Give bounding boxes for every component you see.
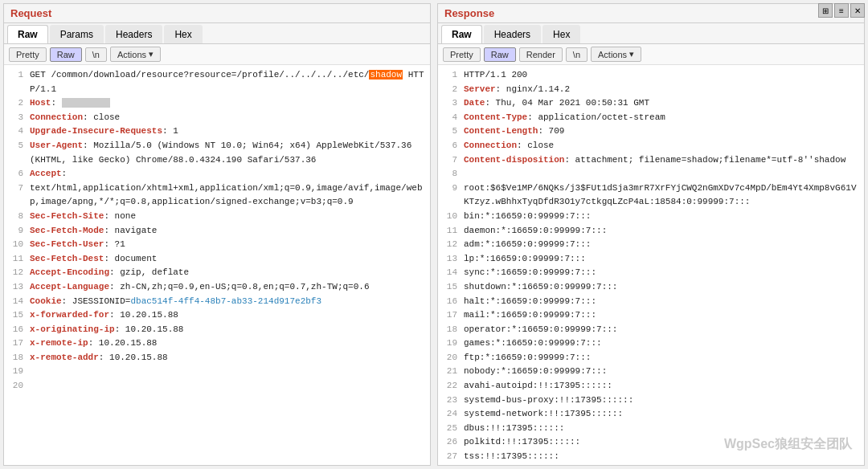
response-line-28: 28 postfix:!!:17395:::::: — [443, 464, 859, 465]
response-content: 1 HTTP/1.1 200 2 Server: nginx/1.14.2 3 … — [438, 65, 864, 465]
request-line-8: 8 Sec-Fetch-Site: none — [9, 210, 425, 224]
request-panel: Request Raw Params Headers Hex Pretty Ra… — [3, 3, 431, 466]
response-line-16: 16 halt:*:16659:0:99999:7::: — [443, 295, 859, 309]
response-line-6: 6 Connection: close — [443, 139, 859, 153]
request-line-16: 16 x-originating-ip: 10.20.15.88 — [9, 323, 425, 337]
tab-hex-response[interactable]: Hex — [542, 25, 580, 43]
request-line-15: 15 x-forwarded-for: 10.20.15.88 — [9, 308, 425, 323]
actions-chevron-request: ▾ — [149, 49, 154, 59]
request-line-6: 6 Accept: — [9, 167, 425, 181]
split-view-icon[interactable]: ≡ — [834, 3, 849, 18]
ln-btn-response[interactable]: \n — [566, 47, 588, 62]
response-line-11: 11 daemon:*:16659:0:99999:7::: — [443, 224, 859, 239]
response-line-3: 3 Date: Thu, 04 Mar 2021 00:50:31 GMT — [443, 96, 859, 111]
actions-label-request: Actions — [117, 50, 146, 59]
tab-headers-response[interactable]: Headers — [484, 25, 541, 43]
request-line-18: 18 x-remote-addr: 10.20.15.88 — [9, 351, 425, 365]
request-line-2: 2 Host: — [9, 96, 425, 111]
response-line-1: 1 HTTP/1.1 200 — [443, 68, 859, 83]
response-line-9: 9 root:$6$Ve1MP/6NQKs/j3$FUt1dSja3mrR7Xr… — [443, 181, 859, 210]
response-line-14: 14 sync:*:16659:0:99999:7::: — [443, 266, 859, 280]
grid-view-icon[interactable]: ⊞ — [818, 3, 833, 18]
actions-btn-response[interactable]: Actions ▾ — [591, 47, 641, 62]
response-panel: Response Raw Headers Hex Pretty Raw Rend… — [437, 3, 865, 466]
response-panel-title: Response — [438, 4, 864, 23]
request-panel-title: Request — [4, 4, 430, 23]
render-btn-response[interactable]: Render — [519, 47, 563, 62]
request-content: 1 GET /common/download/resource?resource… — [4, 65, 430, 465]
response-line-22: 22 avahi-autoipd:!!:17395:::::: — [443, 379, 859, 394]
request-line-12: 12 Accept-Encoding: gzip, deflate — [9, 266, 425, 280]
request-tabs: Raw Params Headers Hex — [4, 23, 430, 44]
actions-chevron-response: ▾ — [629, 49, 634, 59]
response-tabs: Raw Headers Hex — [438, 23, 864, 44]
request-line-3: 3 Connection: close — [9, 111, 425, 125]
request-line-13: 13 Accept-Language: zh-CN,zh;q=0.9,en-US… — [9, 280, 425, 295]
request-line-7: 7 text/html,application/xhtml+xml,applic… — [9, 181, 425, 210]
response-line-26: 26 polkitd:!!:17395:::::: — [443, 435, 859, 450]
raw-btn-request[interactable]: Raw — [50, 47, 82, 62]
raw-btn-response[interactable]: Raw — [484, 47, 516, 62]
response-line-21: 21 nobody:*:16659:0:99999:7::: — [443, 365, 859, 379]
response-line-27: 27 tss:!!:17395:::::: — [443, 450, 859, 464]
response-line-13: 13 lp:*:16659:0:99999:7::: — [443, 252, 859, 267]
actions-label-response: Actions — [598, 50, 627, 59]
response-line-25: 25 dbus:!!:17395:::::: — [443, 422, 859, 436]
close-icon[interactable]: ✕ — [850, 3, 865, 18]
request-line-1: 1 GET /common/download/resource?resource… — [9, 68, 425, 96]
response-line-8: 8 — [443, 167, 859, 181]
tab-headers-request[interactable]: Headers — [105, 25, 162, 43]
response-line-23: 23 systemd-bus-proxy:!!:17395:::::: — [443, 394, 859, 408]
request-line-11: 11 Sec-Fetch-Dest: document — [9, 252, 425, 267]
request-line-9: 9 Sec-Fetch-Mode: navigate — [9, 224, 425, 239]
response-line-19: 19 games:*:16659:0:99999:7::: — [443, 336, 859, 351]
request-toolbar: Pretty Raw \n Actions ▾ — [4, 44, 430, 65]
tab-hex-request[interactable]: Hex — [164, 25, 202, 43]
tab-params-request[interactable]: Params — [50, 25, 104, 43]
tab-raw-request[interactable]: Raw — [7, 25, 48, 43]
tab-raw-response[interactable]: Raw — [441, 25, 482, 43]
actions-btn-request[interactable]: Actions ▾ — [110, 47, 161, 62]
response-line-7: 7 Content-disposition: attachment; filen… — [443, 153, 859, 168]
response-line-24: 24 systemd-network:!!:17395:::::: — [443, 407, 859, 422]
request-line-20: 20 — [9, 379, 425, 394]
response-line-12: 12 adm:*:16659:0:99999:7::: — [443, 238, 859, 252]
response-line-5: 5 Content-Length: 709 — [443, 124, 859, 139]
response-toolbar: Pretty Raw Render \n Actions ▾ — [438, 44, 864, 65]
request-line-19: 19 — [9, 365, 425, 379]
response-line-15: 15 shutdown:*:16659:0:99999:7::: — [443, 280, 859, 295]
response-line-18: 18 operator:*:16659:0:99999:7::: — [443, 323, 859, 337]
request-line-14: 14 Cookie: JSESSIONID=dbac514f-4ff4-48b7… — [9, 295, 425, 309]
response-line-10: 10 bin:*:16659:0:99999:7::: — [443, 210, 859, 224]
ln-btn-request[interactable]: \n — [85, 47, 107, 62]
request-line-10: 10 Sec-Fetch-User: ?1 — [9, 238, 425, 252]
response-line-20: 20 ftp:*:16659:0:99999:7::: — [443, 351, 859, 365]
request-line-4: 4 Upgrade-Insecure-Requests: 1 — [9, 124, 425, 139]
pretty-btn-response[interactable]: Pretty — [443, 47, 481, 62]
pretty-btn-request[interactable]: Pretty — [9, 47, 47, 62]
response-line-2: 2 Server: nginx/1.14.2 — [443, 83, 859, 97]
request-line-5: 5 User-Agent: Mozilla/5.0 (Windows NT 10… — [9, 139, 425, 167]
response-line-17: 17 mail:*:16659:0:99999:7::: — [443, 308, 859, 323]
request-line-17: 17 x-remote-ip: 10.20.15.88 — [9, 336, 425, 351]
response-line-4: 4 Content-Type: application/octet-stream — [443, 111, 859, 125]
